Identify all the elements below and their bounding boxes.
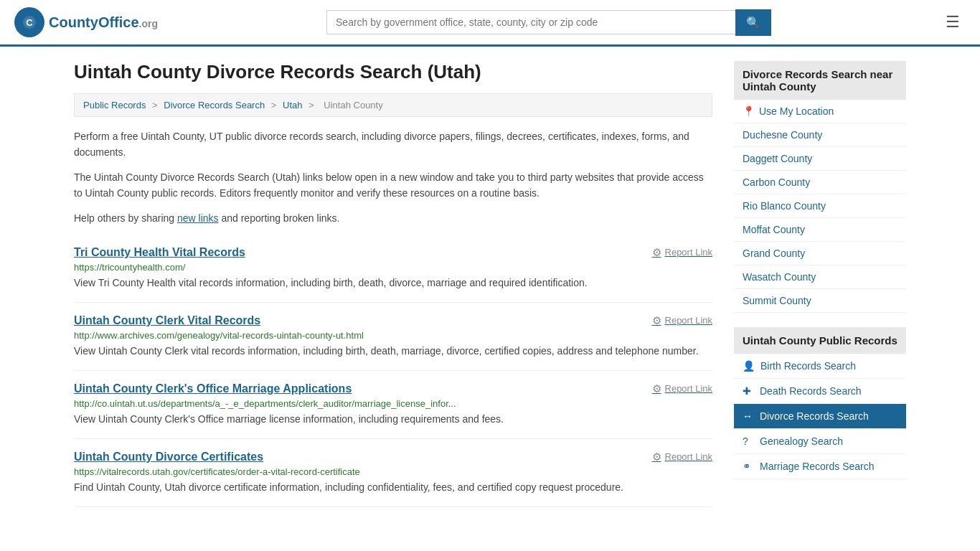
result-desc: View Uintah County Clerk vital records i… (74, 344, 712, 359)
sidebar-link-summit[interactable]: Summit County (734, 289, 906, 313)
desc-para3-suffix: and reporting broken links. (219, 212, 340, 224)
page-title: Uintah County Divorce Records Search (Ut… (74, 61, 712, 83)
result-item: Uintah County Clerk Vital Records ⚙ Repo… (74, 303, 712, 371)
report-link-btn[interactable]: ⚙ Report Link (652, 451, 712, 463)
sidebar-nearby-header: Divorce Records Search near Uintah Count… (734, 61, 906, 100)
menu-button[interactable]: ☰ (940, 10, 966, 34)
search-area: 🔍 (326, 9, 771, 36)
sidebar-link-rioblanco[interactable]: Rio Blanco County (734, 194, 906, 218)
sidebar-divorce-records[interactable]: ↔ Divorce Records Search (734, 404, 906, 429)
result-title-text[interactable]: Tri County Health Vital Records (74, 246, 245, 259)
logo-text: CountyOffice.org (49, 14, 158, 31)
plus-icon: ✚ (743, 385, 754, 397)
logo-icon: C (14, 7, 44, 37)
person-icon: 👤 (743, 360, 755, 372)
sidebar-link-wasatch[interactable]: Wasatch County (734, 265, 906, 289)
desc-para1: Perform a free Uintah County, UT public … (74, 128, 712, 161)
sidebar-public-records-header: Uintah County Public Records (734, 327, 906, 354)
breadcrumb: Public Records > Divorce Records Search … (74, 93, 712, 117)
report-icon: ⚙ (652, 314, 661, 327)
result-title-row: Uintah County Clerk Vital Records ⚙ Repo… (74, 314, 712, 327)
report-icon: ⚙ (652, 451, 661, 463)
result-item: Uintah County Divorce Certificates ⚙ Rep… (74, 439, 712, 507)
breadcrumb-sep1: > (152, 100, 160, 110)
death-records-label: Death Records Search (760, 385, 862, 397)
report-icon: ⚙ (652, 382, 661, 395)
sidebar-marriage-records[interactable]: ⚭ Marriage Records Search (734, 454, 906, 479)
content-area: Uintah County Divorce Records Search (Ut… (74, 61, 712, 507)
breadcrumb-sep3: > (308, 100, 316, 110)
sidebar-link-carbon[interactable]: Carbon County (734, 171, 906, 194)
question-icon: ? (743, 435, 754, 447)
location-pin-icon: 📍 (743, 105, 755, 117)
report-icon: ⚙ (652, 246, 661, 259)
description: Perform a free Uintah County, UT public … (74, 128, 712, 226)
result-url[interactable]: https://tricountyhealth.com/ (74, 262, 712, 273)
result-item: Uintah County Clerk's Office Marriage Ap… (74, 371, 712, 439)
logo-county: County (49, 14, 98, 30)
rings-icon: ⚭ (743, 461, 754, 472)
report-link-btn[interactable]: ⚙ Report Link (652, 246, 712, 259)
result-title-row: Uintah County Divorce Certificates ⚙ Rep… (74, 451, 712, 463)
result-desc: Find Uintah County, Utah divorce certifi… (74, 480, 712, 495)
result-title-text[interactable]: Uintah County Clerk's Office Marriage Ap… (74, 382, 352, 395)
sidebar-genealogy[interactable]: ? Genealogy Search (734, 429, 906, 454)
breadcrumb-sep2: > (271, 100, 279, 110)
sidebar-death-records[interactable]: ✚ Death Records Search (734, 379, 906, 404)
breadcrumb-current: Uintah County (324, 100, 382, 110)
result-desc: View Tri County Health vital records inf… (74, 276, 712, 291)
result-desc: View Uintah County Clerk's Office marria… (74, 412, 712, 427)
logo-org: .org (139, 18, 158, 29)
hamburger-icon: ☰ (946, 13, 960, 31)
sidebar-birth-records[interactable]: 👤 Birth Records Search (734, 354, 906, 379)
sidebar-link-duchesne[interactable]: Duchesne County (734, 123, 906, 147)
result-title-row: Uintah County Clerk's Office Marriage Ap… (74, 382, 712, 395)
search-icon: 🔍 (746, 17, 760, 29)
logo-office: Office (98, 14, 139, 30)
sidebar-link-daggett[interactable]: Daggett County (734, 147, 906, 171)
sidebar-link-grand[interactable]: Grand County (734, 242, 906, 265)
new-links-link[interactable]: new links (177, 212, 219, 224)
breadcrumb-utah[interactable]: Utah (283, 100, 302, 110)
result-title-row: Tri County Health Vital Records ⚙ Report… (74, 246, 712, 259)
sidebar-link-moffat[interactable]: Moffat County (734, 218, 906, 242)
report-link-label: Report Link (665, 451, 712, 462)
result-title-text[interactable]: Uintah County Divorce Certificates (74, 451, 263, 463)
sidebar-use-location[interactable]: 📍 Use My Location (734, 100, 906, 123)
divorce-records-label: Divorce Records Search (760, 410, 869, 422)
result-url[interactable]: http://www.archives.com/genealogy/vital-… (74, 330, 712, 341)
sidebar: Divorce Records Search near Uintah Count… (734, 61, 906, 507)
report-link-label: Report Link (665, 383, 712, 394)
desc-para2: The Uintah County Divorce Records Search… (74, 169, 712, 202)
birth-records-label: Birth Records Search (760, 360, 856, 372)
result-url[interactable]: http://co.uintah.ut.us/departments/a_-_e… (74, 398, 712, 409)
breadcrumb-divorce-search[interactable]: Divorce Records Search (164, 100, 265, 110)
desc-para3: Help others by sharing new links and rep… (74, 210, 712, 226)
results-list: Tri County Health Vital Records ⚙ Report… (74, 235, 712, 507)
marriage-records-label: Marriage Records Search (760, 461, 875, 472)
sidebar-public-records-section: Uintah County Public Records 👤 Birth Rec… (734, 327, 906, 479)
result-url[interactable]: https://vitalrecords.utah.gov/certificat… (74, 466, 712, 477)
arrows-icon: ↔ (743, 410, 754, 422)
report-link-btn[interactable]: ⚙ Report Link (652, 314, 712, 327)
svg-text:C: C (26, 17, 33, 28)
logo-area[interactable]: C CountyOffice.org (14, 7, 158, 37)
search-button[interactable]: 🔍 (735, 9, 771, 36)
site-header: C CountyOffice.org 🔍 ☰ (0, 0, 980, 47)
report-link-btn[interactable]: ⚙ Report Link (652, 382, 712, 395)
report-link-label: Report Link (665, 247, 712, 258)
sidebar-nearby-section: Divorce Records Search near Uintah Count… (734, 61, 906, 313)
breadcrumb-public-records[interactable]: Public Records (83, 100, 146, 110)
genealogy-label: Genealogy Search (760, 435, 843, 447)
search-input[interactable] (326, 10, 735, 34)
result-item: Tri County Health Vital Records ⚙ Report… (74, 235, 712, 303)
desc-para3-prefix: Help others by sharing (74, 212, 177, 224)
main-container: Uintah County Divorce Records Search (Ut… (60, 47, 920, 522)
use-location-label: Use My Location (759, 105, 834, 117)
result-title-text[interactable]: Uintah County Clerk Vital Records (74, 314, 260, 327)
report-link-label: Report Link (665, 315, 712, 326)
